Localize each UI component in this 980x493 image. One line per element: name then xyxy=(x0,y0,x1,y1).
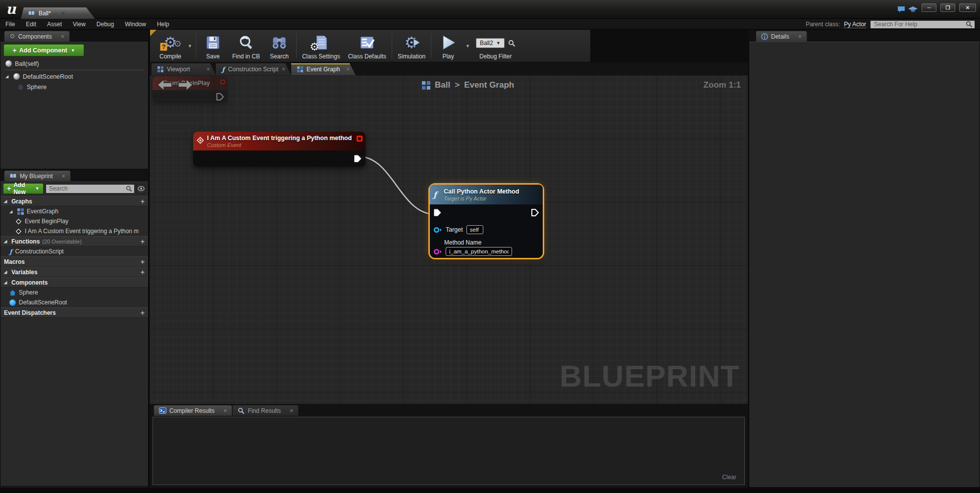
maximize-button[interactable]: ❐ xyxy=(940,3,955,12)
compile-gear-small-icon: ⚙ xyxy=(174,37,182,51)
clear-button[interactable]: Clear xyxy=(722,474,736,481)
forward-arrow-icon[interactable] xyxy=(178,78,194,92)
tab-viewport[interactable]: Viewport × xyxy=(152,63,216,75)
find-results-tab[interactable]: Find Results × xyxy=(232,405,299,416)
close-icon[interactable]: × xyxy=(346,66,350,73)
list-item-constructionscript[interactable]: ƒ ConstructionScript xyxy=(0,246,148,256)
method-name-value-input[interactable] xyxy=(446,247,512,256)
tab-construction-script[interactable]: ƒ Construction Script × xyxy=(216,63,291,75)
components-section-header[interactable]: ◢ Components xyxy=(0,277,148,288)
menu-view[interactable]: View xyxy=(67,19,91,30)
event-dispatchers-section-header[interactable]: Event Dispatchers + xyxy=(0,307,148,318)
add-graph-button[interactable]: + xyxy=(141,198,145,205)
function-icon: ƒ xyxy=(433,190,437,199)
debug-search-icon[interactable] xyxy=(508,40,516,47)
components-panel-tab[interactable]: ⚙ Components × xyxy=(4,31,70,42)
class-defaults-button[interactable]: Class Defaults xyxy=(344,30,390,62)
add-new-button[interactable]: + Add New ▼ xyxy=(3,183,44,194)
expander-icon[interactable]: ◢ xyxy=(4,239,9,244)
breadcrumb-root[interactable]: Ball xyxy=(435,80,450,90)
add-function-button[interactable]: + xyxy=(141,238,145,245)
compile-options-caret[interactable]: ▼ xyxy=(186,44,194,49)
details-panel: Details × xyxy=(749,30,980,488)
tab-event-graph[interactable]: Event Graph × xyxy=(291,63,356,75)
expander-icon[interactable]: ◢ xyxy=(4,270,9,274)
tutorial-cap-icon[interactable] xyxy=(908,6,918,13)
details-panel-body xyxy=(749,42,980,488)
menu-asset[interactable]: Asset xyxy=(42,19,67,30)
menu-edit[interactable]: Edit xyxy=(20,19,42,30)
view-options-button[interactable] xyxy=(137,184,146,194)
list-item-custom-event[interactable]: I Am A Custom Event triggering a Python … xyxy=(0,226,148,236)
close-window-button[interactable]: ✕ xyxy=(959,3,976,12)
exec-out-pin[interactable] xyxy=(531,208,539,217)
compile-unknown-status-icon: ? xyxy=(160,43,167,51)
debug-object-dropdown[interactable]: Ball2 ▼ xyxy=(476,38,505,48)
close-icon[interactable]: × xyxy=(282,66,285,73)
add-event-dispatcher-button[interactable]: + xyxy=(141,309,145,316)
expander-icon[interactable]: ◢ xyxy=(4,199,9,203)
help-search-input[interactable] xyxy=(874,21,966,28)
close-icon[interactable]: × xyxy=(62,173,65,180)
menu-file[interactable]: File xyxy=(0,19,20,30)
list-item-eventgraph[interactable]: ◢ EventGraph xyxy=(0,206,148,216)
node-custom-event[interactable]: I Am A Custom Event triggering a Python … xyxy=(193,132,365,167)
compiler-icon xyxy=(159,407,166,414)
exec-out-pin[interactable] xyxy=(216,93,224,101)
minimize-button[interactable]: ─ xyxy=(922,3,936,12)
close-icon[interactable]: × xyxy=(61,9,65,17)
variables-section-header[interactable]: ◢ Variables + xyxy=(0,267,148,277)
expander-icon[interactable]: ◢ xyxy=(5,74,10,79)
component-row-defaultsceneroot[interactable]: ◢ DefaultSceneRoot xyxy=(0,71,148,82)
exec-in-pin[interactable] xyxy=(433,208,442,217)
macros-section-header[interactable]: Macros + xyxy=(0,256,148,267)
scene-root-icon xyxy=(13,73,20,80)
node-call-python-actor-method[interactable]: ƒ Call Python Actor Method Target is Py … xyxy=(430,185,543,258)
search-button[interactable]: Search xyxy=(264,30,295,62)
close-icon[interactable]: × xyxy=(290,407,293,414)
find-in-cb-button[interactable]: Find in CB xyxy=(228,30,264,62)
class-settings-button[interactable]: ⚙ Class Settings xyxy=(298,30,344,62)
functions-section-header[interactable]: ◢ Functions (20 Overridable) + xyxy=(0,236,148,246)
close-icon[interactable]: × xyxy=(798,33,802,40)
component-row-sphere[interactable]: Sphere xyxy=(0,82,148,92)
menu-help[interactable]: Help xyxy=(152,19,175,30)
expander-icon[interactable]: ◢ xyxy=(4,280,9,285)
play-button[interactable]: Play xyxy=(433,30,464,62)
event-graph-canvas[interactable]: Ball > Event Graph Zoom 1:1 BLUEPRINT Ev… xyxy=(150,75,748,404)
expander-icon[interactable]: ◢ xyxy=(9,209,14,214)
play-options-caret[interactable]: ▼ xyxy=(464,44,472,49)
close-icon[interactable]: × xyxy=(61,33,64,40)
graphs-section-header[interactable]: ◢ Graphs + xyxy=(0,196,148,206)
debug-filter-label: Debug Filter xyxy=(479,53,512,60)
exec-out-pin[interactable] xyxy=(354,154,362,163)
simulation-button[interactable]: ⚙ Simulation xyxy=(394,30,429,62)
list-item-sphere[interactable]: Sphere xyxy=(0,288,148,297)
breadcrumb-current[interactable]: Event Graph xyxy=(464,80,514,90)
menu-debug[interactable]: Debug xyxy=(91,19,119,30)
compiler-results-tab[interactable]: Compiler Results × xyxy=(154,405,232,416)
add-component-button[interactable]: + Add Component ▼ xyxy=(3,44,84,56)
static-mesh-icon xyxy=(17,84,24,90)
save-button[interactable]: Save xyxy=(198,30,228,62)
my-blueprint-panel-tab[interactable]: My Blueprint × xyxy=(4,170,71,181)
add-variable-button[interactable]: + xyxy=(141,269,145,276)
asset-tab-ball[interactable]: Ball* × xyxy=(21,7,95,19)
method-name-pin[interactable] xyxy=(433,248,442,255)
target-value-input[interactable] xyxy=(466,225,483,234)
compile-button[interactable]: ⚙ ⚙ ? Compile xyxy=(155,30,186,62)
graph-icon xyxy=(297,66,303,72)
back-arrow-icon[interactable] xyxy=(156,78,172,92)
menu-window[interactable]: Window xyxy=(119,19,152,30)
component-row-ball-self[interactable]: Ball(self) xyxy=(0,58,148,69)
details-panel-tab[interactable]: Details × xyxy=(756,31,807,42)
close-icon[interactable]: × xyxy=(223,407,227,414)
close-icon[interactable]: × xyxy=(206,66,210,73)
parent-class-link[interactable]: Py Actor xyxy=(844,21,866,28)
feedback-chat-icon[interactable] xyxy=(897,6,905,13)
list-item-event-beginplay[interactable]: Event BeginPlay xyxy=(0,216,148,226)
target-object-pin[interactable] xyxy=(433,227,442,233)
list-item-defaultsceneroot[interactable]: DefaultSceneRoot xyxy=(0,297,148,307)
blueprint-search-input[interactable] xyxy=(49,185,126,192)
add-macro-button[interactable]: + xyxy=(141,258,145,265)
